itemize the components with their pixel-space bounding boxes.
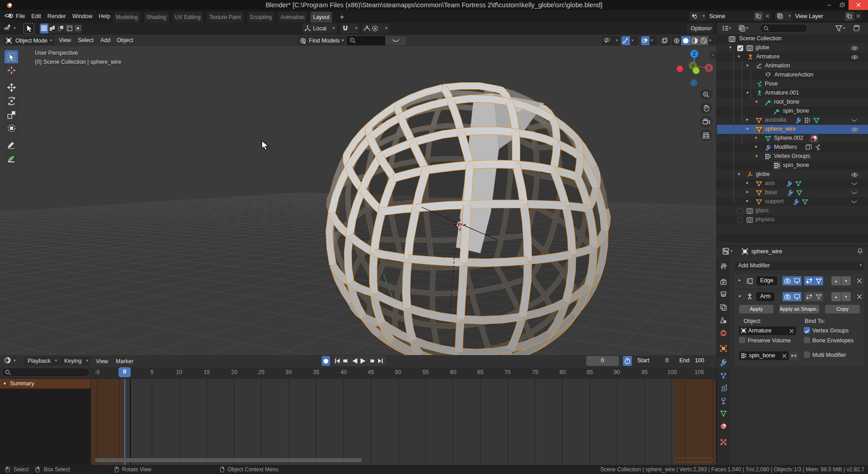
svg-text:Y: Y bbox=[692, 63, 695, 68]
svg-text:Z: Z bbox=[693, 52, 696, 57]
svg-text:X: X bbox=[707, 66, 711, 71]
